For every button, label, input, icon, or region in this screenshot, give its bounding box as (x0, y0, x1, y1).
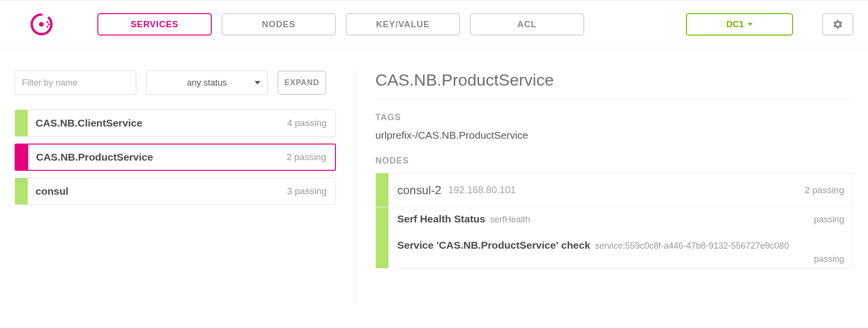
expand-button[interactable]: EXPAND (277, 71, 326, 95)
gear-icon (832, 19, 843, 30)
status-bar (16, 145, 28, 170)
node-ip: 192.168.80.101 (448, 184, 805, 196)
services-list: CAS.NB.ClientService 4 passing CAS.NB.Pr… (15, 109, 336, 205)
svg-point-0 (39, 22, 44, 27)
datacenter-dropdown[interactable]: DC1 (686, 13, 793, 36)
service-status: 2 passing (287, 152, 326, 163)
node-block: consul-2 192.168.80.101 2 passing Serf H… (375, 173, 853, 269)
datacenter-label: DC1 (726, 19, 744, 30)
status-filter-select[interactable]: any status (146, 71, 268, 95)
status-bar (15, 178, 28, 204)
health-check-row[interactable]: Serf Health Status serfHealth passing (397, 213, 844, 225)
service-item[interactable]: CAS.NB.ProductService 2 passing (15, 144, 336, 171)
service-name: CAS.NB.ProductService (36, 151, 287, 163)
tag-value: urlprefix-/CAS.NB.ProductService (375, 129, 853, 141)
check-id: service:559c0c8f-a446-47b8-9132-556727e9… (595, 241, 844, 251)
nav-services[interactable]: SERVICES (97, 13, 212, 36)
svg-point-5 (51, 24, 53, 25)
node-passing: 2 passing (805, 185, 844, 196)
service-detail-title: CAS.NB.ProductService (375, 71, 853, 90)
service-status: 3 passing (287, 186, 327, 197)
divider (375, 99, 853, 100)
settings-button[interactable] (822, 13, 853, 36)
check-id: serfHealth (490, 215, 814, 225)
status-bar (376, 207, 388, 268)
service-status: 4 passing (287, 118, 327, 128)
check-status: passing (397, 254, 844, 264)
consul-logo (29, 12, 54, 36)
status-filter-label: any status (187, 78, 227, 88)
svg-point-4 (50, 22, 52, 23)
svg-point-2 (48, 23, 50, 25)
check-title: Service 'CAS.NB.ProductService' check (397, 239, 590, 251)
svg-point-1 (47, 21, 49, 23)
check-status: passing (814, 215, 844, 225)
nav-keyvalue[interactable]: KEY/VALUE (346, 13, 460, 36)
node-header[interactable]: consul-2 192.168.80.101 2 passing (376, 173, 853, 207)
status-bar (376, 173, 388, 207)
service-item[interactable]: consul 3 passing (15, 178, 336, 205)
service-item[interactable]: CAS.NB.ClientService 4 passing (15, 109, 336, 137)
svg-point-3 (47, 26, 49, 28)
nodes-heading: NODES (375, 156, 853, 166)
node-name: consul-2 (397, 183, 442, 197)
tags-heading: TAGS (375, 112, 853, 123)
status-bar (15, 110, 28, 136)
svg-point-6 (50, 25, 52, 27)
chevron-down-icon (748, 23, 753, 26)
top-nav: SERVICES NODES KEY/VALUE ACL DC1 (0, 0, 868, 49)
check-title: Serf Health Status (397, 213, 485, 225)
filter-by-name-input[interactable] (15, 71, 136, 95)
nav-nodes[interactable]: NODES (222, 13, 336, 36)
health-check-row[interactable]: Service 'CAS.NB.ProductService' check se… (397, 239, 844, 264)
nav-acl[interactable]: ACL (470, 13, 584, 36)
service-name: consul (36, 185, 287, 197)
service-name: CAS.NB.ClientService (36, 117, 287, 129)
